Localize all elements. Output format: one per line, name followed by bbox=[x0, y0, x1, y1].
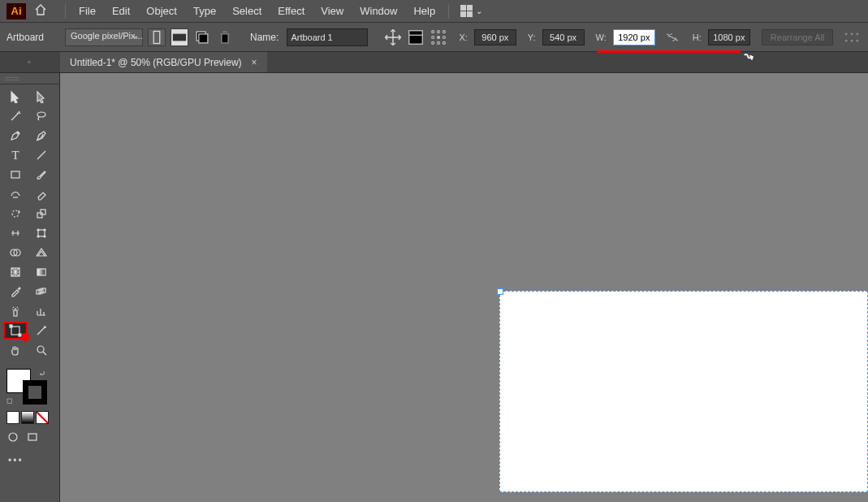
scale-tool[interactable] bbox=[29, 205, 54, 223]
height-input[interactable] bbox=[708, 29, 750, 45]
hand-tool[interactable] bbox=[3, 341, 28, 359]
fill-stroke-swatch[interactable]: ⤾ ◻ bbox=[6, 369, 47, 405]
tools-collapse[interactable]: :::::::: bbox=[0, 73, 59, 84]
active-tool-label: Artboard bbox=[6, 32, 44, 43]
free-transform-tool[interactable] bbox=[29, 224, 54, 242]
width-tool[interactable] bbox=[3, 224, 28, 242]
artboard-name-input[interactable] bbox=[287, 28, 368, 46]
column-graph-tool[interactable] bbox=[29, 302, 54, 320]
rearrange-all-button[interactable]: Rearrange All bbox=[762, 29, 834, 45]
width-input[interactable] bbox=[613, 29, 655, 45]
svg-point-28 bbox=[37, 229, 39, 231]
edit-toolbar-icon[interactable]: ••• bbox=[0, 448, 59, 473]
menu-help[interactable]: Help bbox=[405, 2, 443, 20]
gradient-tool[interactable] bbox=[29, 263, 54, 281]
default-fill-stroke-icon[interactable]: ◻ bbox=[6, 396, 12, 405]
zoom-tool[interactable] bbox=[29, 341, 54, 359]
svg-point-14 bbox=[443, 41, 446, 44]
slice-tool[interactable] bbox=[29, 322, 54, 340]
color-mode-solid[interactable] bbox=[6, 411, 19, 424]
svg-rect-0 bbox=[153, 31, 160, 43]
w-label: W: bbox=[596, 32, 607, 42]
menu-edit[interactable]: Edit bbox=[104, 2, 138, 20]
chevron-down-icon: ⌄ bbox=[476, 6, 482, 15]
rectangle-tool[interactable] bbox=[3, 166, 28, 184]
svg-point-16 bbox=[851, 32, 853, 35]
reference-point-icon[interactable] bbox=[430, 28, 447, 46]
eraser-tool[interactable] bbox=[29, 185, 54, 203]
close-tab-icon[interactable]: × bbox=[252, 57, 257, 68]
eyedropper-tool[interactable] bbox=[3, 283, 28, 301]
svg-point-44 bbox=[9, 433, 17, 441]
canvas-area[interactable] bbox=[60, 73, 868, 502]
menu-object[interactable]: Object bbox=[138, 2, 185, 20]
direct-selection-tool[interactable] bbox=[29, 88, 54, 106]
home-icon[interactable] bbox=[31, 4, 50, 18]
new-artboard-icon[interactable] bbox=[193, 28, 211, 46]
workspace-switcher[interactable]: ⌄ bbox=[460, 5, 482, 17]
y-input[interactable] bbox=[542, 29, 585, 45]
document-tab[interactable]: Untitled-1* @ 50% (RGB/GPU Preview) × bbox=[60, 52, 267, 72]
swap-fill-stroke-icon[interactable]: ⤾ bbox=[39, 369, 45, 378]
h-label: H: bbox=[693, 32, 702, 42]
stroke-color[interactable] bbox=[23, 380, 47, 405]
menu-window[interactable]: Window bbox=[352, 2, 405, 20]
mesh-tool[interactable] bbox=[3, 263, 28, 281]
svg-rect-26 bbox=[41, 210, 45, 214]
screen-mode-icon[interactable] bbox=[26, 431, 39, 444]
draw-mode-icon[interactable] bbox=[6, 431, 19, 444]
lasso-tool[interactable] bbox=[29, 107, 54, 125]
tools-panel: :::::::: T ⤾ ◻ bbox=[0, 73, 60, 502]
pen-tool[interactable] bbox=[3, 127, 28, 145]
artboard-tool[interactable] bbox=[3, 322, 28, 340]
rotate-tool[interactable] bbox=[3, 205, 28, 223]
color-mode-gradient[interactable] bbox=[21, 411, 34, 424]
more-options-icon[interactable] bbox=[843, 28, 861, 46]
svg-point-30 bbox=[37, 236, 39, 237]
menu-select[interactable]: Select bbox=[224, 2, 270, 20]
menu-file[interactable]: File bbox=[71, 2, 104, 20]
svg-rect-4 bbox=[409, 30, 423, 44]
separator bbox=[65, 4, 66, 19]
svg-point-10 bbox=[438, 36, 440, 38]
svg-point-17 bbox=[857, 32, 859, 35]
perspective-grid-tool[interactable] bbox=[29, 244, 54, 262]
svg-point-22 bbox=[17, 132, 19, 134]
svg-point-7 bbox=[438, 30, 440, 32]
svg-rect-42 bbox=[19, 334, 21, 336]
magic-wand-tool[interactable] bbox=[3, 107, 28, 125]
document-tabs: « Untitled-1* @ 50% (RGB/GPU Preview) × bbox=[0, 52, 868, 73]
symbol-sprayer-tool[interactable] bbox=[3, 302, 28, 320]
y-label: Y: bbox=[528, 32, 536, 42]
menu-type[interactable]: Type bbox=[185, 2, 224, 20]
panel-drag-handle[interactable]: « bbox=[0, 52, 60, 72]
delete-artboard-icon[interactable] bbox=[216, 28, 234, 46]
orientation-portrait-icon[interactable] bbox=[148, 28, 166, 46]
menu-bar: Ai File Edit Object Type Select Effect V… bbox=[0, 0, 868, 23]
orientation-landscape-icon[interactable] bbox=[171, 28, 188, 46]
shape-builder-tool[interactable] bbox=[3, 244, 28, 262]
shaper-tool[interactable] bbox=[3, 185, 28, 203]
x-input[interactable] bbox=[474, 29, 516, 45]
type-tool[interactable]: T bbox=[3, 146, 28, 164]
curvature-tool[interactable] bbox=[29, 127, 54, 145]
paintbrush-tool[interactable] bbox=[29, 166, 54, 184]
artboard-options-icon[interactable] bbox=[407, 28, 425, 46]
svg-point-18 bbox=[845, 39, 848, 41]
separator bbox=[448, 4, 449, 19]
selection-tool[interactable] bbox=[3, 88, 28, 106]
svg-point-15 bbox=[845, 32, 848, 35]
artboard[interactable] bbox=[499, 291, 868, 492]
svg-point-29 bbox=[44, 229, 45, 231]
link-wh-icon[interactable] bbox=[663, 28, 681, 46]
artboard-preset-dropdown[interactable]: Google pixel/Pix... bbox=[65, 28, 143, 46]
x-label: X: bbox=[459, 32, 467, 42]
app-logo: Ai bbox=[6, 3, 26, 19]
color-mode-none[interactable] bbox=[36, 411, 49, 424]
blend-tool[interactable] bbox=[29, 283, 54, 301]
resize-handle-nw[interactable] bbox=[497, 288, 503, 295]
menu-view[interactable]: View bbox=[313, 2, 352, 20]
line-tool[interactable] bbox=[29, 146, 54, 164]
menu-effect[interactable]: Effect bbox=[270, 2, 313, 20]
move-with-artboard-icon[interactable] bbox=[384, 28, 402, 46]
